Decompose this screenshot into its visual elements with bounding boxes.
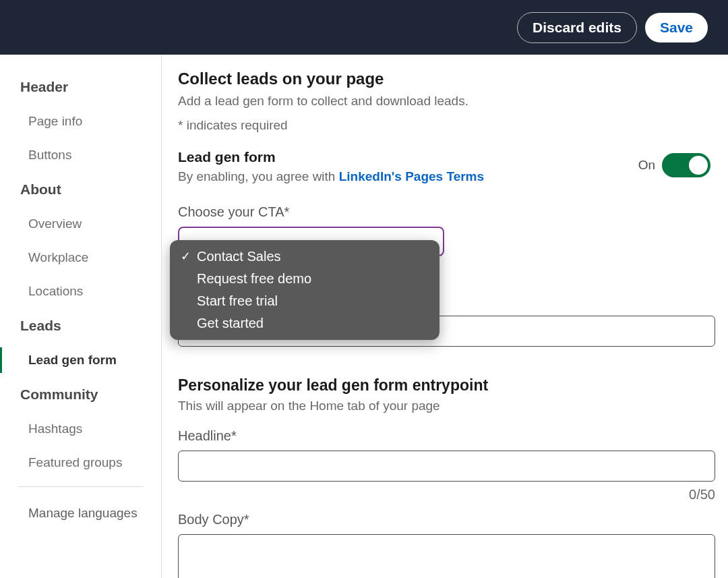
sidebar-item-hashtags[interactable]: Hashtags (0, 412, 161, 446)
sidebar-section-community: Community (0, 377, 161, 412)
cta-option-get-started[interactable]: Get started (174, 312, 435, 335)
sidebar-divider (18, 486, 144, 487)
sidebar-item-lead-gen-form[interactable]: Lead gen form (0, 343, 161, 377)
required-note: * indicates required (178, 118, 715, 133)
cta-dropdown: Contact Sales Request free demo Start fr… (170, 240, 439, 340)
headline-label: Headline* (178, 428, 715, 444)
sidebar-section-about: About (0, 172, 161, 207)
page-subtitle: Add a lead gen form to collect and downl… (178, 94, 715, 109)
personalize-subtitle: This will appear on the Home tab of your… (178, 399, 715, 413)
sidebar-section-header: Header (0, 69, 161, 105)
sidebar-item-workplace[interactable]: Workplace (0, 241, 161, 274)
toggle-label: On (638, 158, 655, 173)
body-copy-input[interactable] (178, 534, 715, 578)
sidebar-section-leads: Leads (0, 308, 161, 343)
sidebar-item-buttons[interactable]: Buttons (0, 138, 161, 172)
sidebar-item-overview[interactable]: Overview (0, 207, 161, 241)
sidebar: Header Page info Buttons About Overview … (0, 55, 162, 578)
body-copy-label: Body Copy* (178, 512, 715, 527)
personalize-title: Personalize your lead gen form entrypoin… (178, 376, 715, 395)
toggle-knob (689, 156, 708, 175)
lead-gen-desc: By enabling, you agree with LinkedIn's P… (178, 169, 484, 184)
sidebar-manage-languages[interactable]: Manage languages (0, 494, 161, 533)
main-content: Collect leads on your page Add a lead ge… (162, 55, 728, 578)
discard-button[interactable]: Discard edits (517, 12, 637, 43)
sidebar-item-featured-groups[interactable]: Featured groups (0, 446, 161, 480)
sidebar-item-locations[interactable]: Locations (0, 274, 161, 308)
cta-label: Choose your CTA* (178, 204, 715, 220)
terms-link[interactable]: LinkedIn's Pages Terms (339, 169, 484, 183)
sidebar-item-page-info[interactable]: Page info (0, 105, 161, 138)
topbar: Discard edits Save (0, 0, 728, 55)
save-button[interactable]: Save (645, 13, 708, 42)
lead-gen-toggle[interactable] (662, 153, 710, 177)
headline-char-count: 0/50 (689, 487, 715, 502)
cta-option-contact-sales[interactable]: Contact Sales (174, 245, 435, 268)
cta-option-start-free-trial[interactable]: Start free trial (174, 290, 435, 312)
lead-gen-desc-text: By enabling, you agree with (178, 169, 339, 183)
page-title: Collect leads on your page (178, 69, 715, 88)
lead-gen-title: Lead gen form (178, 149, 484, 165)
cta-option-request-free-demo[interactable]: Request free demo (174, 268, 435, 290)
headline-input[interactable] (178, 451, 715, 482)
